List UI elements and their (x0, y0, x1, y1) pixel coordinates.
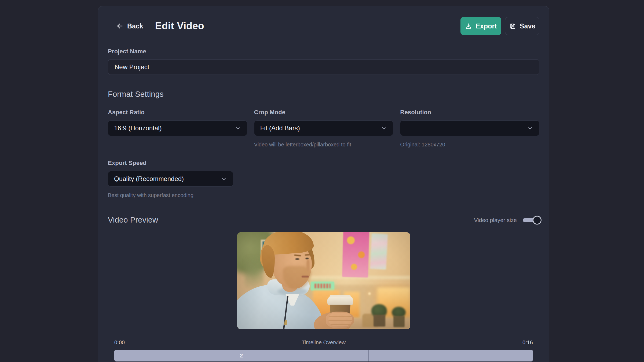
project-name-value: New Project (115, 63, 149, 71)
chevron-down-icon (381, 125, 387, 131)
player-size-label: Video player size (474, 217, 517, 223)
header: Back Edit Video Export Save (108, 17, 539, 35)
format-settings-grid: Aspect Ratio 16:9 (Horizontal) Crop Mode… (108, 109, 539, 148)
crop-mode-label: Crop Mode (254, 109, 393, 116)
export-speed-help: Best quality with superfast encoding (108, 192, 539, 198)
header-actions: Export Save (460, 17, 539, 35)
download-icon (465, 23, 472, 30)
video-preview-title: Video Preview (108, 216, 158, 224)
aspect-ratio-field: Aspect Ratio 16:9 (Horizontal) (108, 109, 247, 148)
video-preview-header: Video Preview Video player size (108, 216, 539, 224)
edit-video-panel: Back Edit Video Export Save Project Name… (98, 6, 549, 362)
export-speed-select[interactable]: Quality (Recommended) (108, 171, 233, 187)
video-preview-frame[interactable] (237, 232, 410, 329)
resolution-help: Original: 1280x720 (400, 142, 539, 148)
project-name-block: Project Name New Project (108, 48, 539, 75)
player-size-slider-thumb[interactable] (533, 216, 541, 224)
export-speed-field: Export Speed Quality (Recommended) Best … (108, 160, 539, 198)
timeline-bar[interactable]: 2 (114, 350, 533, 361)
chevron-down-icon (221, 176, 227, 182)
video-art-vignette (237, 232, 410, 329)
timeline-segment-label: 2 (240, 353, 243, 359)
timeline-start-time: 0:00 (114, 339, 125, 346)
player-size-control: Video player size (474, 217, 539, 223)
crop-mode-select[interactable]: Fit (Add Bars) (254, 120, 393, 136)
save-icon (509, 23, 516, 30)
resolution-label: Resolution (400, 109, 539, 116)
format-settings-title: Format Settings (108, 90, 539, 99)
timeline-section: 0:00 Timeline Overview 0:16 2 Kept segme… (114, 339, 533, 362)
project-name-label: Project Name (108, 48, 539, 55)
export-speed-label: Export Speed (108, 160, 539, 167)
back-button[interactable]: Back (116, 22, 143, 30)
timeline-segment[interactable] (368, 350, 533, 361)
player-size-slider[interactable] (523, 218, 539, 222)
page-title: Edit Video (155, 20, 204, 32)
resolution-select[interactable] (400, 120, 539, 136)
back-label: Back (127, 22, 143, 30)
export-button[interactable]: Export (460, 17, 501, 35)
timeline-title: Timeline Overview (125, 339, 522, 346)
aspect-ratio-select[interactable]: 16:9 (Horizontal) (108, 120, 247, 136)
aspect-ratio-value: 16:9 (Horizontal) (114, 124, 162, 132)
resolution-field: Resolution Original: 1280x720 (400, 109, 539, 148)
export-button-label: Export (475, 22, 497, 30)
aspect-ratio-label: Aspect Ratio (108, 109, 247, 116)
crop-mode-value: Fit (Add Bars) (260, 124, 300, 132)
back-arrow-icon (116, 22, 124, 30)
export-speed-value: Quality (Recommended) (114, 175, 184, 183)
timeline-end-time: 0:16 (522, 339, 533, 346)
chevron-down-icon (235, 125, 241, 131)
save-button-label: Save (520, 22, 535, 30)
crop-mode-help: Video will be letterboxed/pillarboxed to… (254, 142, 393, 148)
timeline-labels: 0:00 Timeline Overview 0:16 (114, 339, 533, 346)
video-preview-area (108, 232, 539, 329)
crop-mode-field: Crop Mode Fit (Add Bars) Video will be l… (254, 109, 393, 148)
chevron-down-icon (527, 125, 533, 131)
save-button[interactable]: Save (505, 17, 539, 35)
timeline-segment[interactable]: 2 (114, 350, 368, 361)
project-name-input[interactable]: New Project (108, 59, 539, 75)
